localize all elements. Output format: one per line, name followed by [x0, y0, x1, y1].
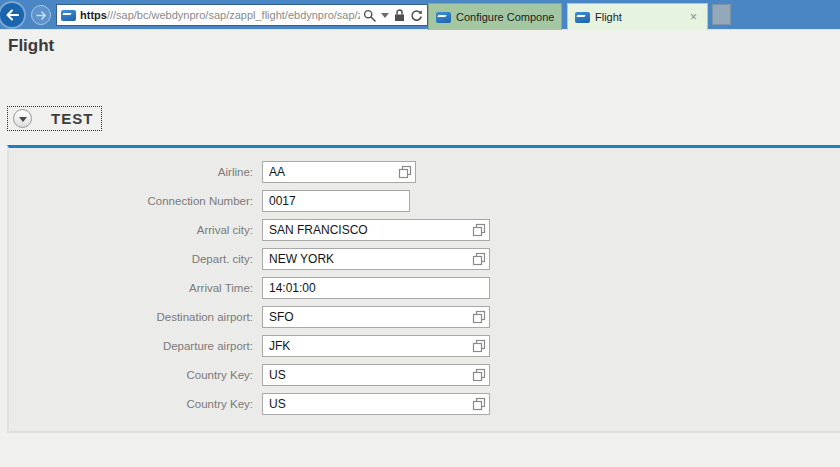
tab-label: Flight — [595, 11, 687, 23]
refresh-icon[interactable] — [410, 9, 423, 22]
field-input[interactable] — [262, 190, 410, 212]
value-help-icon[interactable] — [472, 397, 486, 411]
chevron-down-icon — [19, 117, 27, 122]
back-button[interactable] — [0, 1, 26, 29]
back-arrow-icon — [5, 9, 19, 21]
tab-label: Configure Component — [456, 11, 554, 23]
field-label: Country Key: — [9, 398, 262, 410]
forward-button[interactable] — [31, 5, 51, 25]
url-path: ///sap/bc/webdynpro/sap/zappl_flight/ebd… — [107, 9, 360, 21]
search-icon[interactable] — [363, 9, 376, 22]
form-row: Connection Number: — [9, 190, 840, 212]
screen: https///sap/bc/webdynpro/sap/zappl_fligh… — [0, 0, 840, 467]
form-row: Departure airport: — [9, 335, 840, 357]
address-bar-icons — [360, 9, 423, 22]
new-tab-button[interactable] — [712, 4, 731, 25]
form-row: Arrival city: — [9, 219, 840, 241]
field-box — [262, 393, 490, 415]
form-row: Destination airport: — [9, 306, 840, 328]
form-row: Arrival Time: — [9, 277, 840, 299]
field-box — [262, 248, 490, 270]
field-input[interactable] — [262, 306, 490, 328]
url-scheme: https — [80, 9, 107, 21]
value-help-icon[interactable] — [398, 165, 412, 179]
value-help-icon[interactable] — [472, 223, 486, 237]
page-content: Flight TEST Airline: Connection Number: … — [0, 30, 840, 467]
field-label: Departure airport: — [9, 340, 262, 352]
tab-favicon-icon — [575, 12, 590, 23]
collapse-toggle-button[interactable] — [13, 109, 32, 128]
section-label: TEST — [51, 110, 93, 127]
section-header-test[interactable]: TEST — [7, 106, 102, 131]
lock-icon — [394, 9, 405, 22]
value-help-icon[interactable] — [472, 252, 486, 266]
field-label: Airline: — [9, 166, 262, 178]
field-box — [262, 190, 410, 212]
page-title: Flight — [8, 36, 54, 56]
value-help-icon[interactable] — [472, 368, 486, 382]
tab-configure-component[interactable]: Configure Component — [428, 3, 562, 30]
field-box — [262, 161, 416, 183]
flight-form: Airline: Connection Number: Arrival city… — [9, 161, 840, 415]
forward-arrow-icon — [36, 11, 47, 20]
field-label: Country Key: — [9, 369, 262, 381]
value-help-icon[interactable] — [472, 339, 486, 353]
field-box — [262, 306, 490, 328]
form-row: Country Key: — [9, 364, 840, 386]
form-panel: Airline: Connection Number: Arrival city… — [7, 145, 840, 433]
field-box — [262, 335, 490, 357]
form-row: Country Key: — [9, 393, 840, 415]
field-input[interactable] — [262, 219, 490, 241]
browser-chrome: https///sap/bc/webdynpro/sap/zappl_fligh… — [0, 0, 840, 30]
field-input[interactable] — [262, 364, 490, 386]
field-label: Arrival city: — [9, 224, 262, 236]
field-label: Connection Number: — [9, 195, 262, 207]
tab-favicon-icon — [436, 12, 451, 23]
value-help-icon[interactable] — [472, 310, 486, 324]
field-label: Arrival Time: — [9, 282, 262, 294]
form-row: Depart. city: — [9, 248, 840, 270]
field-input[interactable] — [262, 248, 490, 270]
close-tab-icon[interactable]: × — [687, 11, 700, 23]
field-box — [262, 277, 490, 299]
field-label: Depart. city: — [9, 253, 262, 265]
field-input[interactable] — [262, 393, 490, 415]
field-input[interactable] — [262, 161, 416, 183]
chevron-down-icon[interactable] — [381, 13, 389, 18]
tab-flight[interactable]: Flight × — [567, 3, 708, 30]
form-row: Airline: — [9, 161, 840, 183]
url-text: https///sap/bc/webdynpro/sap/zappl_fligh… — [80, 9, 360, 21]
field-box — [262, 364, 490, 386]
field-label: Destination airport: — [9, 311, 262, 323]
site-favicon-icon — [61, 10, 76, 21]
field-input[interactable] — [262, 277, 490, 299]
address-bar[interactable]: https///sap/bc/webdynpro/sap/zappl_fligh… — [56, 4, 428, 26]
field-box — [262, 219, 490, 241]
field-input[interactable] — [262, 335, 490, 357]
